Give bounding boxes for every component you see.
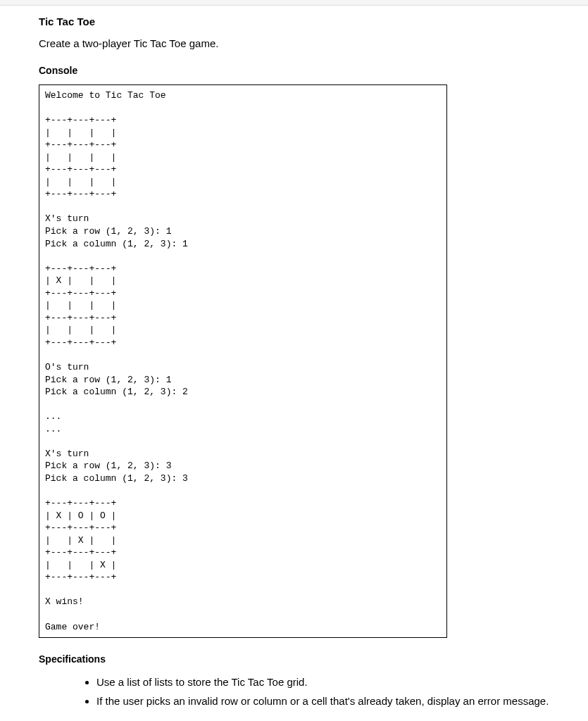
list-item: Use a list of lists to store the Tic Tac… — [96, 675, 549, 689]
console-heading: Console — [39, 65, 549, 76]
page-top-border — [0, 0, 588, 6]
console-output: Welcome to Tic Tac Toe +---+---+---+ | |… — [39, 84, 447, 638]
specifications-heading: Specifications — [39, 653, 549, 665]
page-title: Tic Tac Toe — [39, 15, 549, 27]
list-item: If the user picks an invalid row or colu… — [96, 694, 549, 708]
specifications-list: Use a list of lists to store the Tic Tac… — [39, 675, 549, 708]
document-content: Tic Tac Toe Create a two-player Tic Tac … — [0, 6, 588, 721]
assignment-description: Create a two-player Tic Tac Toe game. — [39, 37, 549, 49]
